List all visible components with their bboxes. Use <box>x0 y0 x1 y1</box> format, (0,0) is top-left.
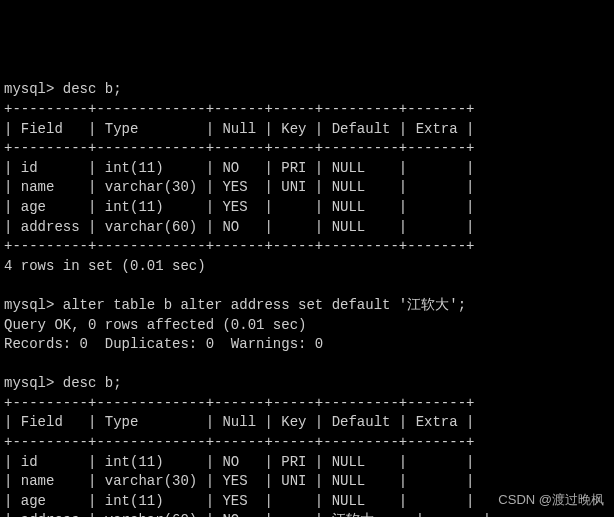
terminal-output: mysql> desc b; +---------+-------------+… <box>4 80 610 517</box>
watermark: CSDN @渡过晚枫 <box>498 491 604 509</box>
